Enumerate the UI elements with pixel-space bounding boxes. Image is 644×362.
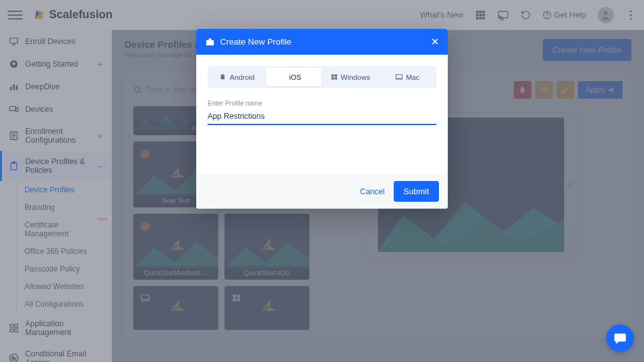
svg-rect-5 [482, 14, 485, 16]
svg-rect-62 [335, 77, 337, 80]
windows-icon [331, 74, 338, 80]
enroll-icon [9, 131, 19, 141]
svg-rect-63 [396, 75, 402, 79]
tab-windows[interactable]: Windows [323, 68, 378, 86]
chat-icon [613, 331, 627, 345]
hamburger-menu-icon[interactable] [8, 8, 23, 23]
subnav-branding[interactable]: Branding [17, 199, 111, 216]
svg-rect-2 [482, 11, 485, 13]
close-icon[interactable]: ✕ [431, 36, 439, 48]
email-icon [9, 353, 19, 362]
kebab-menu-icon[interactable] [625, 9, 636, 21]
svg-point-11 [547, 17, 547, 18]
svg-point-31 [13, 358, 15, 359]
chart-icon [9, 82, 19, 92]
sidebar-item-label: Enroll Devices [25, 37, 75, 46]
svg-rect-7 [479, 17, 482, 19]
svg-point-14 [630, 14, 631, 16]
sidebar-subnav: Device Profiles Branding Certificate Man… [16, 181, 111, 313]
subnav-office365[interactable]: Office 365 Policies [17, 243, 111, 260]
sidebar-item-label: Conditional Email Access [25, 349, 103, 362]
svg-rect-28 [10, 329, 13, 332]
svg-rect-60 [335, 74, 337, 77]
plus-icon[interactable]: + [97, 59, 103, 69]
briefcase-icon [205, 37, 215, 47]
tab-mac[interactable]: Mac [380, 68, 435, 86]
svg-point-12 [604, 11, 608, 15]
svg-rect-8 [482, 17, 485, 19]
sidebar-item-profiles-policies[interactable]: Device Profiles & Policies – [0, 151, 111, 181]
apps-grid-icon[interactable] [475, 9, 486, 21]
grid-icon [9, 323, 19, 333]
devices-icon [9, 104, 19, 114]
svg-rect-19 [13, 84, 15, 90]
sidebar-item-label: Getting Started [25, 60, 78, 69]
collapse-icon[interactable]: – [97, 161, 103, 171]
android-icon [219, 74, 226, 81]
create-profile-modal: Create New Profile ✕ Android iOS Windows… [196, 29, 448, 209]
sidebar-item-label: Application Management [25, 319, 103, 337]
svg-point-13 [630, 10, 631, 12]
sidebar: Enroll Devices Getting Started + DeepDiv… [0, 30, 112, 362]
svg-point-57 [221, 75, 222, 76]
svg-rect-4 [479, 14, 482, 16]
device-icon [9, 36, 19, 47]
sidebar-item-label: Device Profiles & Policies [25, 157, 91, 175]
svg-rect-26 [10, 324, 13, 327]
svg-point-15 [630, 18, 631, 19]
clipboard-icon [9, 161, 19, 171]
chat-widget-button[interactable] [606, 324, 634, 352]
tab-ios[interactable]: iOS [266, 68, 321, 86]
brand: Scalefusion [33, 8, 113, 21]
sidebar-item-enroll-devices[interactable]: Enroll Devices [0, 30, 111, 53]
new-badge: New [97, 216, 108, 222]
sidebar-item-devices[interactable]: Devices [0, 98, 111, 121]
get-help-link[interactable]: Get Help [543, 10, 586, 19]
platform-tabs: Android iOS Windows Mac [208, 66, 436, 88]
plus-icon[interactable]: + [97, 131, 103, 141]
help-icon [543, 11, 552, 19]
cancel-button[interactable]: Cancel [360, 187, 385, 196]
sidebar-item-label: Enrollment Configurations [25, 127, 91, 145]
svg-rect-3 [476, 14, 479, 16]
account-avatar-icon[interactable] [597, 7, 614, 23]
svg-rect-22 [16, 107, 18, 111]
svg-point-58 [223, 75, 224, 76]
tab-android[interactable]: Android [209, 68, 264, 86]
profile-name-input[interactable] [208, 109, 436, 125]
svg-rect-1 [479, 11, 482, 13]
subnav-certificate-management[interactable]: Certificate ManagementNew [17, 216, 111, 243]
cast-icon[interactable] [497, 9, 509, 21]
whats-new-link[interactable]: What's New [420, 10, 464, 19]
svg-rect-25 [13, 162, 15, 163]
svg-rect-20 [16, 85, 18, 90]
svg-rect-9 [498, 11, 508, 18]
star-icon [9, 59, 19, 69]
sidebar-item-app-management[interactable]: Application Management [0, 313, 111, 343]
sidebar-item-conditional-email[interactable]: Conditional Email Access [0, 343, 111, 362]
subnav-all-config[interactable]: All Configurations [17, 295, 111, 313]
svg-rect-61 [331, 77, 334, 80]
svg-rect-56 [206, 40, 214, 45]
modal-title: Create New Profile [220, 37, 291, 47]
brand-logo-icon [30, 6, 47, 23]
sidebar-item-enrollment-config[interactable]: Enrollment Configurations + [0, 121, 111, 151]
sidebar-item-deepdive[interactable]: DeepDive [0, 75, 111, 98]
svg-rect-29 [14, 329, 18, 332]
sidebar-item-label: DeepDive [25, 82, 60, 91]
profile-name-label: Enter Profile name [208, 99, 436, 107]
svg-rect-6 [476, 17, 479, 19]
svg-rect-0 [476, 11, 479, 13]
subnav-device-profiles[interactable]: Device Profiles [17, 181, 111, 199]
svg-rect-16 [10, 38, 18, 43]
laptop-icon [395, 73, 403, 81]
svg-rect-18 [10, 87, 12, 90]
sidebar-item-label: Devices [25, 105, 53, 114]
refresh-icon[interactable] [520, 9, 531, 21]
submit-button[interactable]: Submit [394, 181, 439, 202]
brand-name: Scalefusion [49, 8, 113, 21]
subnav-allowed-websites[interactable]: Allowed Websites [17, 278, 111, 295]
svg-rect-21 [9, 106, 15, 111]
subnav-passcode[interactable]: Passcode Policy [17, 260, 111, 278]
sidebar-item-getting-started[interactable]: Getting Started + [0, 53, 111, 75]
